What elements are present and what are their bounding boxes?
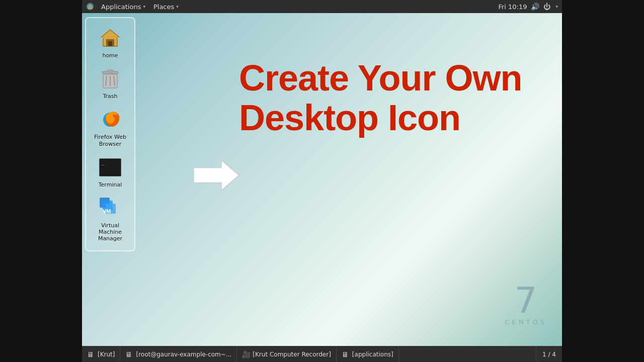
svg-point-3: [89, 5, 92, 7]
desktop-icon-trash[interactable]: Trash: [89, 64, 132, 103]
centos-watermark: 7 CENTOS: [505, 282, 547, 326]
applications-task-icon: 🖥: [342, 350, 350, 358]
outer-right-bar: [562, 0, 644, 362]
svg-marker-24: [194, 160, 239, 191]
outer-left-bar: [0, 0, 82, 362]
desktop-icon-terminal[interactable]: _ Terminal: [89, 152, 132, 191]
places-label: Places: [153, 3, 174, 11]
desktop-icon-home[interactable]: home: [89, 23, 132, 62]
panel-left: Applications ▾ Places ▾: [86, 2, 182, 12]
taskbar-item-recorder[interactable]: 🎥 [Krut Computer Recorder]: [237, 346, 337, 362]
title-line1: Create Your Own: [239, 58, 552, 98]
applications-menu[interactable]: Applications ▾: [98, 2, 148, 12]
home-icon: [99, 27, 121, 49]
taskbar-item-terminal[interactable]: 🖥 [root@gaurav-example-com~...: [120, 346, 237, 362]
vbox-icon-img: VM: [98, 196, 122, 220]
trash-icon: [100, 68, 120, 90]
svg-rect-8: [108, 41, 112, 46]
trash-icon-img: [98, 67, 122, 91]
title-line2: Desktop Icon: [239, 98, 552, 138]
taskbar: 🖥 [Krut] 🖥 [root@gaurav-example-com~... …: [82, 346, 562, 362]
firefox-icon-img: [98, 108, 122, 132]
terminal-task-icon: 🖥: [125, 350, 133, 358]
desktop-icon-firefox[interactable]: Firefox Web Browser: [89, 105, 132, 150]
centos-text: CENTOS: [505, 318, 547, 326]
taskbar-item-applications[interactable]: 🖥 [applications]: [337, 346, 399, 362]
right-arrow-icon: [194, 160, 239, 191]
svg-rect-17: [107, 70, 113, 72]
desktop-content: Create Your Own Desktop Icon 7 CENTOS: [138, 13, 562, 346]
applications-chevron: ▾: [143, 4, 145, 9]
places-menu[interactable]: Places ▾: [150, 2, 182, 12]
desktop-icon-vbox[interactable]: VM Virtual Machine Manager: [89, 193, 132, 245]
main-window: Applications ▾ Places ▾ Fri 10:19 🔊 ⏻ ▾: [82, 0, 562, 362]
power-icon[interactable]: ⏻: [543, 3, 550, 11]
svg-point-5: [91, 7, 91, 7]
volume-icon[interactable]: 🔊: [531, 3, 539, 11]
centos-number: 7: [514, 282, 537, 318]
desktop-icons-panel: home Trash: [85, 17, 135, 251]
main-title: Create Your Own Desktop Icon: [239, 58, 552, 138]
panel-right: Fri 10:19 🔊 ⏻ ▾: [498, 3, 558, 11]
home-icon-label: home: [102, 52, 118, 59]
recorder-label: [Krut Computer Recorder]: [253, 351, 331, 358]
terminal-task-label: [root@gaurav-example-com~...: [136, 351, 231, 358]
top-panel: Applications ▾ Places ▾ Fri 10:19 🔊 ⏻ ▾: [82, 0, 562, 13]
pagination-text: 1 / 4: [542, 351, 556, 358]
krut-icon: 🖥: [87, 350, 95, 358]
trash-icon-label: Trash: [103, 93, 117, 100]
terminal-icon-img: _: [98, 155, 122, 179]
vbox-icon: VM: [99, 197, 122, 220]
terminal-icon: _: [99, 158, 121, 176]
svg-rect-9: [101, 37, 103, 38]
taskbar-pagination: 1 / 4: [536, 346, 562, 362]
vbox-icon-label: Virtual Machine Manager: [93, 222, 128, 242]
firefox-icon-label: Firefox Web Browser: [93, 134, 128, 147]
desktop: home Trash: [82, 13, 562, 346]
krut-label: [Krut]: [98, 351, 115, 358]
panel-chevron-right[interactable]: ▾: [555, 4, 558, 9]
home-icon-img: [98, 26, 122, 50]
svg-rect-10: [117, 37, 119, 38]
svg-text:VM: VM: [103, 208, 111, 214]
firefox-icon: [99, 109, 121, 131]
applications-task-label: [applications]: [352, 351, 393, 358]
terminal-icon-label: Terminal: [99, 182, 122, 188]
recorder-icon: 🎥: [242, 350, 250, 358]
places-chevron: ▾: [176, 4, 179, 9]
taskbar-item-krut[interactable]: 🖥 [Krut]: [82, 346, 120, 362]
gnome-icon: [86, 3, 94, 11]
clock: Fri 10:19: [498, 3, 527, 11]
svg-point-4: [89, 7, 90, 7]
applications-label: Applications: [101, 3, 141, 11]
arrow-container: [194, 160, 239, 193]
